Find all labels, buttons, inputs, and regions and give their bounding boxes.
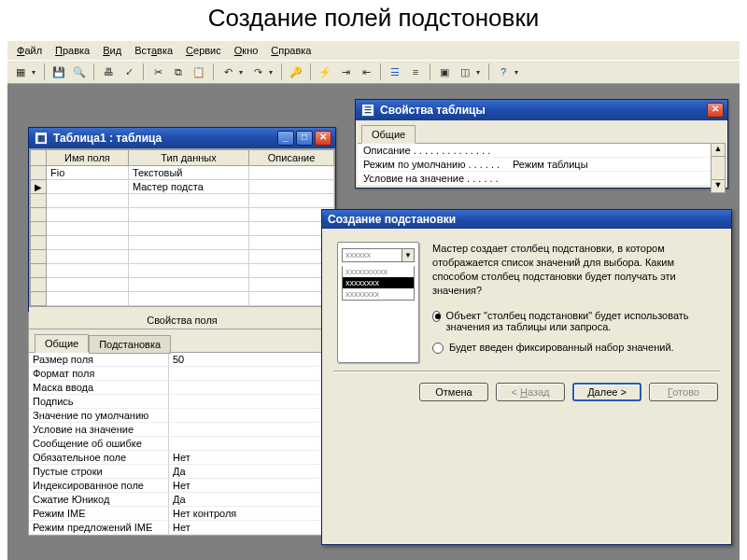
wizard-option-table[interactable]: Объект "столбец подстановки" будет испол… <box>432 310 716 332</box>
help-icon[interactable]: ? <box>494 63 513 81</box>
close-button[interactable]: ✕ <box>315 131 331 146</box>
lightning-icon[interactable]: ⚡ <box>316 63 334 81</box>
table-row[interactable] <box>31 194 334 208</box>
next-button[interactable]: Далее > <box>572 383 641 401</box>
properties-icon[interactable]: ☰ <box>386 63 404 81</box>
prop-value[interactable]: 50 <box>169 353 335 367</box>
menu-help[interactable]: Справка <box>265 43 317 58</box>
table-row[interactable]: ▶ Мастер подста <box>31 180 334 194</box>
titlebar[interactable]: ☰ Свойства таблицы ✕ <box>356 100 727 120</box>
print-preview-icon[interactable]: 🔍 <box>70 63 89 81</box>
delete-rows-icon[interactable]: ⇤ <box>357 63 375 81</box>
cut-icon[interactable]: ✂ <box>148 63 167 81</box>
menu-file[interactable]: ФФайлайл <box>11 43 48 58</box>
table-row[interactable] <box>31 208 334 222</box>
print-icon[interactable]: 🖶 <box>99 63 118 81</box>
prop-key: Формат поля <box>29 367 169 381</box>
copy-icon[interactable]: ⧉ <box>169 63 188 81</box>
new-object-icon[interactable]: ◫ <box>456 63 474 81</box>
prop-key: Условие на значение <box>29 423 169 437</box>
prop-value[interactable] <box>169 367 335 381</box>
scroll-down-icon[interactable]: ▼ <box>712 179 725 192</box>
menu-view[interactable]: Вид <box>97 43 127 58</box>
table-row[interactable] <box>31 278 334 292</box>
row-selector[interactable] <box>31 166 47 180</box>
close-button[interactable]: ✕ <box>707 103 724 118</box>
menu-tools[interactable]: Сервис <box>180 43 227 58</box>
field-desc-cell[interactable] <box>249 180 334 194</box>
table-row[interactable] <box>31 292 334 306</box>
minimize-button[interactable]: _ <box>277 131 294 146</box>
tab-lookup[interactable]: Подстановка <box>89 335 171 354</box>
titlebar[interactable]: ▦ Таблица1 : таблица _ □ ✕ <box>29 128 335 148</box>
field-name-cell[interactable] <box>47 180 129 194</box>
prop-value[interactable]: Нет контроля <box>169 507 335 521</box>
table-row[interactable] <box>31 264 334 278</box>
indexes-icon[interactable]: ≡ <box>406 63 425 81</box>
prop-value[interactable]: Да <box>169 493 335 507</box>
prop-value[interactable] <box>507 172 726 185</box>
finish-button[interactable]: Готово <box>649 383 718 401</box>
undo-icon[interactable]: ↶ <box>218 63 237 81</box>
dropdown-icon[interactable]: ▾ <box>476 68 484 77</box>
prop-value[interactable]: Нет <box>169 451 335 465</box>
table-properties-grid[interactable]: Описание . . . . . . . . . . . . . . Реж… <box>358 143 726 186</box>
view-mode-icon[interactable]: ▦ <box>11 63 30 81</box>
back-button[interactable]: < Назад <box>496 383 565 401</box>
wizard-option-fixed[interactable]: Будет введен фиксированный набор значени… <box>432 342 716 354</box>
scrollbar[interactable]: ▲ ▼ <box>711 143 726 193</box>
column-header[interactable]: Имя поля <box>47 150 129 166</box>
field-name-cell[interactable]: Fio <box>47 166 129 180</box>
key-icon[interactable]: 🔑 <box>287 63 305 81</box>
dropdown-icon[interactable]: ▾ <box>239 68 247 77</box>
insert-rows-icon[interactable]: ⇥ <box>336 63 355 81</box>
prop-value[interactable]: Нет <box>169 521 335 535</box>
toolbar: ▦▾ 💾 🔍 🖶 ✓ ✂ ⧉ 📋 ↶▾ ↷▾ 🔑 ⚡ ⇥ ⇤ ☰ ≡ ▣ ◫▾ … <box>7 61 740 84</box>
radio-icon[interactable] <box>432 343 444 354</box>
properties-grid[interactable]: Размер поля50 Формат поля Маска ввода По… <box>29 352 335 535</box>
table-row[interactable] <box>31 236 334 250</box>
titlebar[interactable]: Создание подстановки <box>322 210 731 229</box>
prop-key: Режим по умолчанию . . . . . . <box>358 158 507 171</box>
redo-icon[interactable]: ↷ <box>248 63 267 81</box>
menu-edit[interactable]: Правка <box>49 43 95 58</box>
dropdown-icon[interactable]: ▾ <box>269 68 276 77</box>
maximize-button[interactable]: □ <box>296 131 313 146</box>
menu-insert[interactable]: Вставка <box>129 43 178 58</box>
prop-value[interactable] <box>169 395 335 409</box>
spellcheck-icon[interactable]: ✓ <box>120 63 138 81</box>
save-icon[interactable]: 💾 <box>49 63 68 81</box>
row-selector[interactable]: ▶ <box>31 180 47 194</box>
tab-general[interactable]: Общие <box>35 334 89 353</box>
paste-icon[interactable]: 📋 <box>190 63 208 81</box>
table-row[interactable]: Fio Текстовый <box>31 166 334 180</box>
properties-icon: ☰ <box>361 104 374 117</box>
prop-value[interactable]: Режим таблицы <box>507 158 726 171</box>
prop-value[interactable] <box>169 423 335 437</box>
scroll-up-icon[interactable]: ▲ <box>712 144 725 157</box>
prop-key: Подпись <box>29 395 169 409</box>
field-type-cell[interactable]: Мастер подста <box>128 180 248 194</box>
field-type-cell[interactable]: Текстовый <box>128 166 248 180</box>
cancel-button[interactable]: Отмена <box>419 383 488 401</box>
field-grid[interactable]: Имя поля Тип данных Описание Fio Текстов… <box>29 148 335 307</box>
prop-value[interactable] <box>507 144 726 157</box>
table-properties-window: ☰ Свойства таблицы ✕ Общие Описание . . … <box>355 99 728 189</box>
database-window-icon[interactable]: ▣ <box>435 63 454 81</box>
radio-icon[interactable] <box>432 311 441 322</box>
prop-value[interactable] <box>169 409 335 423</box>
prop-value[interactable]: Да <box>169 465 335 479</box>
prop-value[interactable]: Нет <box>169 479 335 493</box>
field-desc-cell[interactable] <box>249 166 334 180</box>
menu-window[interactable]: Окно <box>229 43 264 58</box>
column-header[interactable]: Тип данных <box>128 150 248 166</box>
prop-value[interactable] <box>169 437 335 451</box>
wizard-intro-text: Мастер создает столбец подстановки, в ко… <box>432 242 716 297</box>
dropdown-icon[interactable]: ▾ <box>514 68 522 77</box>
table-row[interactable] <box>31 222 334 236</box>
dropdown-icon[interactable]: ▾ <box>32 68 39 77</box>
column-header[interactable]: Описание <box>249 150 334 166</box>
tab-general[interactable]: Общие <box>361 125 416 144</box>
table-row[interactable] <box>31 250 334 264</box>
prop-value[interactable] <box>169 381 335 395</box>
